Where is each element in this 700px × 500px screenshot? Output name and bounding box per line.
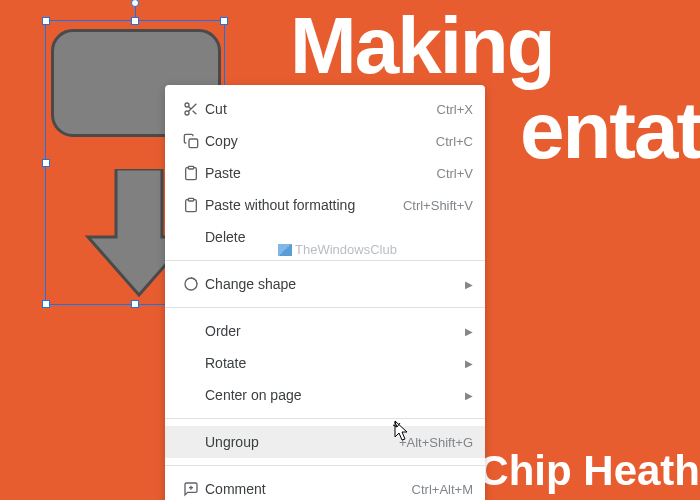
menu-divider	[165, 307, 485, 308]
slide-title-text: Making	[290, 0, 554, 92]
change-shape-icon	[177, 276, 205, 292]
svg-line-3	[193, 111, 197, 115]
context-menu: Cut Ctrl+X Copy Ctrl+C Paste Ctrl+V Past…	[165, 85, 485, 500]
menu-paste-without-formatting[interactable]: Paste without formatting Ctrl+Shift+V	[165, 189, 485, 221]
menu-shortcut: Ctrl+Shift+V	[403, 198, 473, 213]
menu-copy[interactable]: Copy Ctrl+C	[165, 125, 485, 157]
menu-label: Center on page	[205, 387, 465, 403]
menu-label: Comment	[205, 481, 412, 497]
submenu-arrow-icon: ▶	[465, 279, 473, 290]
menu-divider	[165, 465, 485, 466]
slide-author-text: Chip Heath	[478, 447, 700, 495]
menu-shortcut: Ctrl+V	[437, 166, 473, 181]
svg-rect-6	[188, 166, 193, 169]
svg-line-4	[188, 106, 191, 109]
resize-handle-ml[interactable]	[42, 159, 50, 167]
svg-rect-7	[188, 198, 193, 201]
menu-label: Paste	[205, 165, 437, 181]
menu-cut[interactable]: Cut Ctrl+X	[165, 93, 485, 125]
menu-label: Ungroup	[205, 434, 399, 450]
copy-icon	[177, 133, 205, 149]
submenu-arrow-icon: ▶	[465, 390, 473, 401]
menu-change-shape[interactable]: Change shape ▶	[165, 268, 485, 300]
resize-handle-bm[interactable]	[131, 300, 139, 308]
menu-shortcut: +Alt+Shift+G	[399, 435, 473, 450]
menu-center-on-page[interactable]: Center on page ▶	[165, 379, 485, 411]
menu-divider	[165, 260, 485, 261]
menu-shortcut: Ctrl+X	[437, 102, 473, 117]
resize-handle-tr[interactable]	[220, 17, 228, 25]
menu-label: Copy	[205, 133, 436, 149]
rotate-handle[interactable]	[131, 0, 139, 7]
menu-label: Delete	[205, 229, 473, 245]
menu-label: Rotate	[205, 355, 465, 371]
menu-delete[interactable]: Delete	[165, 221, 485, 253]
svg-rect-5	[189, 139, 198, 148]
menu-comment[interactable]: Comment Ctrl+Alt+M	[165, 473, 485, 500]
svg-point-0	[185, 103, 189, 107]
menu-label: Cut	[205, 101, 437, 117]
submenu-arrow-icon: ▶	[465, 358, 473, 369]
menu-label: Paste without formatting	[205, 197, 403, 213]
submenu-arrow-icon: ▶	[465, 326, 473, 337]
menu-divider	[165, 418, 485, 419]
resize-handle-tl[interactable]	[42, 17, 50, 25]
menu-shortcut: Ctrl+C	[436, 134, 473, 149]
menu-label: Change shape	[205, 276, 465, 292]
svg-point-8	[185, 278, 197, 290]
paste-plain-icon	[177, 197, 205, 213]
resize-handle-tm[interactable]	[131, 17, 139, 25]
cut-icon	[177, 101, 205, 117]
menu-order[interactable]: Order ▶	[165, 315, 485, 347]
resize-handle-bl[interactable]	[42, 300, 50, 308]
comment-icon	[177, 481, 205, 497]
menu-rotate[interactable]: Rotate ▶	[165, 347, 485, 379]
slide-subtitle-text: entati	[520, 85, 700, 177]
menu-shortcut: Ctrl+Alt+M	[412, 482, 473, 497]
svg-point-1	[185, 111, 189, 115]
menu-ungroup[interactable]: Ungroup +Alt+Shift+G	[165, 426, 485, 458]
menu-paste[interactable]: Paste Ctrl+V	[165, 157, 485, 189]
menu-label: Order	[205, 323, 465, 339]
paste-icon	[177, 165, 205, 181]
